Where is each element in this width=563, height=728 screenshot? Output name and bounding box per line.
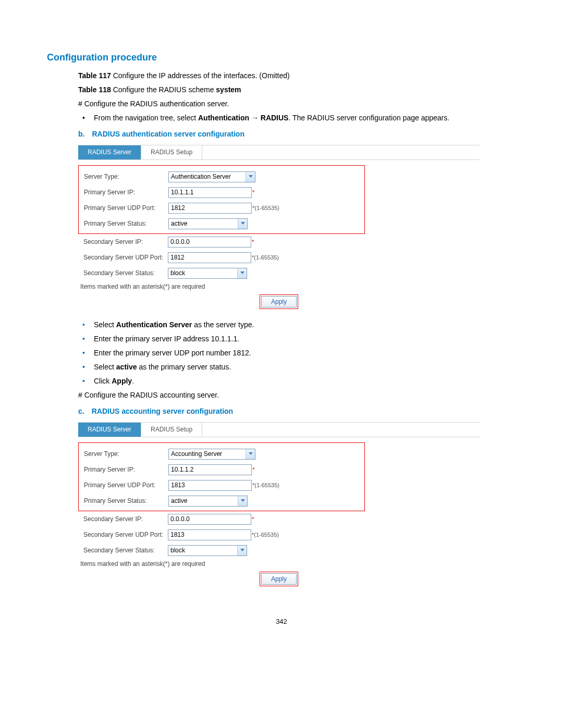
primary-ip-input[interactable]	[168, 464, 252, 475]
nav-post: . The RADIUS server configuration page a…	[288, 114, 449, 122]
tab-bar: RADIUS Server RADIUS Setup	[78, 145, 480, 160]
required-star: *	[252, 239, 254, 245]
table-118-bold: system	[216, 85, 241, 94]
label-server-type: Server Type:	[84, 450, 168, 458]
required-star: *	[252, 516, 254, 522]
bullet-post: as the server type.	[192, 320, 254, 329]
secondary-ip-input[interactable]	[168, 237, 251, 248]
chevron-down-icon	[237, 268, 247, 278]
chevron-down-icon	[246, 172, 255, 182]
bullet-item: Enter the primary server UDP port number…	[78, 348, 516, 359]
row-server-type: Server Type: Accounting Server	[79, 446, 364, 462]
instruction-bullets: Select Authentication Server as the serv…	[78, 319, 516, 387]
tab-radius-setup[interactable]: RADIUS Setup	[141, 423, 202, 437]
secondary-status-select[interactable]: block	[168, 268, 247, 279]
label-primary-ip: Primary Server IP:	[84, 466, 168, 473]
row-primary-status: Primary Server Status: active	[79, 216, 364, 231]
highlight-box: Server Type: Accounting Server Primary S…	[78, 442, 365, 511]
bullet-text: Click	[94, 377, 112, 385]
bullet-bold: Authentication Server	[116, 320, 192, 329]
primary-status-select[interactable]: active	[168, 496, 248, 507]
label-secondary-port: Secondary Server UDP Port:	[83, 254, 168, 261]
nav-b2: RADIUS	[261, 114, 289, 122]
chevron-down-icon	[238, 496, 247, 506]
server-type-select[interactable]: Authentication Server	[168, 171, 255, 182]
bullet-post: as the primary server status.	[137, 363, 231, 371]
bullet-bold: Apply	[112, 377, 132, 385]
row-primary-ip: Primary Server IP: *	[79, 184, 364, 200]
table-117-text: Configure the IP addresses of the interf…	[111, 71, 290, 80]
label-secondary-port: Secondary Server UDP Port:	[83, 531, 168, 538]
bullet-text: Select	[94, 320, 116, 329]
table-118-prefix: Table 118	[78, 85, 111, 94]
tab-radius-server[interactable]: RADIUS Server	[78, 423, 141, 437]
port-range-hint: *(1-65535)	[252, 482, 279, 488]
server-type-value: Accounting Server	[169, 450, 246, 458]
chevron-down-icon	[246, 449, 255, 459]
label-secondary-ip: Secondary Server IP:	[83, 238, 168, 245]
form-area: Server Type: Accounting Server Primary S…	[78, 437, 480, 586]
apply-button[interactable]: Apply	[261, 296, 297, 307]
tab-radius-server[interactable]: RADIUS Server	[78, 145, 141, 159]
nav-pre: From the navigation tree, select	[94, 114, 198, 122]
highlight-box: Server Type: Authentication Server Prima…	[78, 165, 365, 234]
bullet-text: Select	[94, 363, 116, 371]
label-primary-ip: Primary Server IP:	[84, 189, 168, 196]
bullet-item: Select Authentication Server as the serv…	[78, 319, 516, 330]
apply-highlight: Apply	[260, 572, 298, 586]
row-secondary-status: Secondary Server Status: block	[78, 542, 480, 558]
nav-bullet-list: From the navigation tree, select Authent…	[78, 113, 516, 124]
primary-status-select[interactable]: active	[168, 218, 248, 229]
radius-acct-panel: RADIUS Server RADIUS Setup Server Type: …	[78, 422, 480, 586]
label-primary-status: Primary Server Status:	[84, 497, 168, 504]
bullet-text: Enter the primary server UDP port number…	[94, 349, 251, 357]
arrow-icon: →	[249, 114, 261, 122]
sub-heading-b: b.RADIUS authentication server configura…	[78, 129, 516, 140]
primary-ip-input[interactable]	[168, 187, 252, 198]
chevron-down-icon	[237, 546, 247, 556]
row-primary-status: Primary Server Status: active	[79, 493, 364, 509]
apply-wrap: Apply	[78, 294, 480, 309]
port-range-hint: *(1-65535)	[252, 254, 279, 261]
server-type-value: Authentication Server	[169, 173, 246, 180]
table-118-line: Table 118 Configure the RADIUS scheme sy…	[78, 84, 516, 95]
secondary-status-value: block	[168, 547, 237, 554]
sub-c-text: RADIUS accounting server configuration	[92, 407, 233, 415]
secondary-port-input[interactable]	[168, 252, 251, 263]
secondary-status-select[interactable]: block	[168, 545, 247, 556]
tab-radius-setup[interactable]: RADIUS Setup	[141, 145, 202, 159]
row-secondary-status: Secondary Server Status: block	[78, 265, 480, 281]
server-type-select[interactable]: Accounting Server	[168, 449, 255, 460]
label-secondary-ip: Secondary Server IP:	[83, 515, 168, 523]
port-range-hint: *(1-65535)	[252, 532, 279, 538]
section-heading: Configuration procedure	[47, 52, 516, 63]
row-secondary-ip: Secondary Server IP: *	[78, 511, 480, 527]
row-primary-port: Primary Server UDP Port: *(1-65535)	[79, 477, 364, 493]
table-117-prefix: Table 117	[78, 71, 111, 80]
row-secondary-port: Secondary Server UDP Port: *(1-65535)	[78, 250, 480, 265]
form-area: Server Type: Authentication Server Prima…	[78, 160, 480, 309]
tab-bar: RADIUS Server RADIUS Setup	[78, 423, 480, 437]
radius-auth-panel: RADIUS Server RADIUS Setup Server Type: …	[78, 145, 480, 309]
nav-b1: Authentication	[198, 114, 249, 122]
apply-button[interactable]: Apply	[261, 573, 297, 585]
label-primary-status: Primary Server Status:	[84, 220, 168, 227]
sub-b-text: RADIUS authentication server configurati…	[92, 130, 244, 138]
required-footnote: Items marked with an asterisk(*) are req…	[80, 283, 480, 290]
label-primary-port: Primary Server UDP Port:	[84, 204, 168, 212]
sub-heading-c: c.RADIUS accounting server configuration	[78, 406, 516, 417]
required-footnote: Items marked with an asterisk(*) are req…	[80, 560, 480, 567]
primary-port-input[interactable]	[168, 480, 252, 491]
secondary-ip-input[interactable]	[168, 514, 251, 525]
apply-wrap: Apply	[78, 572, 480, 586]
hash-comment-2: # Configure the RADIUS accounting server…	[78, 390, 516, 401]
bullet-bold: active	[116, 363, 137, 371]
sub-c-letter: c.	[78, 407, 84, 415]
port-range-hint: *(1-65535)	[252, 205, 279, 211]
hash-comment-1: # Configure the RADIUS authentication se…	[78, 98, 516, 109]
primary-status-value: active	[169, 220, 238, 227]
primary-port-input[interactable]	[168, 203, 252, 214]
chevron-down-icon	[238, 219, 247, 229]
secondary-port-input[interactable]	[168, 529, 251, 540]
bullet-item: Enter the primary server IP address 10.1…	[78, 334, 516, 344]
